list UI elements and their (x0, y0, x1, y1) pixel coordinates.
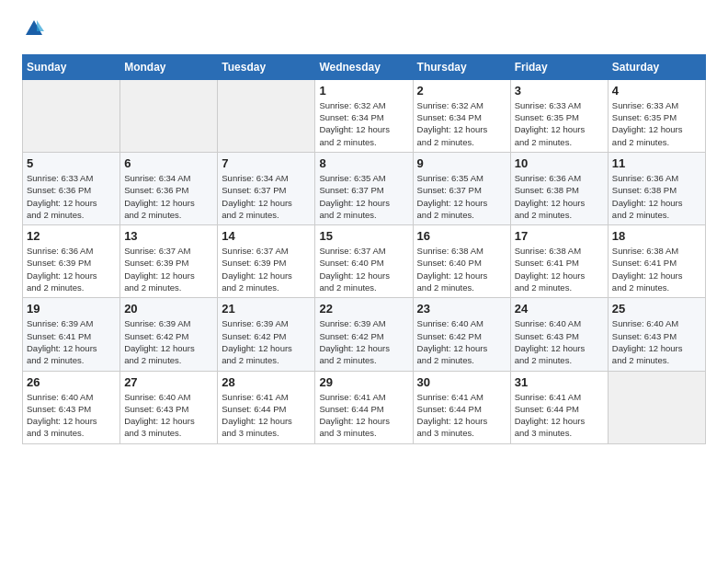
day-number: 15 (319, 229, 408, 243)
logo (22, 18, 44, 43)
day-info: Sunrise: 6:35 AM Sunset: 6:37 PM Dayligh… (417, 172, 506, 221)
day-info: Sunrise: 6:41 AM Sunset: 6:44 PM Dayligh… (222, 391, 311, 440)
day-cell: 23Sunrise: 6:40 AM Sunset: 6:42 PM Dayli… (413, 298, 510, 371)
day-cell: 9Sunrise: 6:35 AM Sunset: 6:37 PM Daylig… (413, 152, 510, 224)
day-info: Sunrise: 6:36 AM Sunset: 6:38 PM Dayligh… (515, 172, 604, 221)
day-info: Sunrise: 6:39 AM Sunset: 6:42 PM Dayligh… (319, 317, 408, 366)
header-tuesday: Tuesday (218, 54, 315, 79)
day-cell: 25Sunrise: 6:40 AM Sunset: 6:43 PM Dayli… (608, 298, 705, 371)
day-number: 13 (124, 229, 213, 243)
day-info: Sunrise: 6:39 AM Sunset: 6:42 PM Dayligh… (222, 317, 311, 366)
day-number: 8 (319, 156, 408, 170)
day-info: Sunrise: 6:36 AM Sunset: 6:38 PM Dayligh… (612, 172, 701, 221)
day-cell: 19Sunrise: 6:39 AM Sunset: 6:41 PM Dayli… (23, 298, 120, 371)
day-number: 12 (27, 229, 116, 243)
day-cell: 27Sunrise: 6:40 AM Sunset: 6:43 PM Dayli… (120, 371, 218, 443)
day-info: Sunrise: 6:38 AM Sunset: 6:40 PM Dayligh… (417, 245, 506, 293)
header-saturday: Saturday (608, 54, 705, 79)
header-sunday: Sunday (23, 54, 120, 79)
day-info: Sunrise: 6:32 AM Sunset: 6:34 PM Dayligh… (417, 99, 506, 148)
day-info: Sunrise: 6:38 AM Sunset: 6:41 PM Dayligh… (515, 245, 604, 293)
day-info: Sunrise: 6:40 AM Sunset: 6:42 PM Dayligh… (417, 317, 506, 366)
day-info: Sunrise: 6:35 AM Sunset: 6:37 PM Dayligh… (319, 172, 408, 221)
day-info: Sunrise: 6:40 AM Sunset: 6:43 PM Dayligh… (27, 391, 116, 440)
day-cell: 29Sunrise: 6:41 AM Sunset: 6:44 PM Dayli… (315, 371, 413, 443)
day-number: 11 (612, 156, 701, 170)
day-info: Sunrise: 6:41 AM Sunset: 6:44 PM Dayligh… (515, 391, 604, 440)
day-number: 23 (417, 302, 506, 316)
day-cell: 2Sunrise: 6:32 AM Sunset: 6:34 PM Daylig… (413, 79, 510, 152)
day-cell: 15Sunrise: 6:37 AM Sunset: 6:40 PM Dayli… (315, 225, 413, 298)
day-cell: 31Sunrise: 6:41 AM Sunset: 6:44 PM Dayli… (510, 371, 608, 443)
day-number: 4 (612, 84, 701, 98)
week-row-4: 19Sunrise: 6:39 AM Sunset: 6:41 PM Dayli… (23, 298, 706, 371)
day-number: 7 (222, 156, 311, 170)
day-cell (23, 79, 120, 152)
day-cell: 13Sunrise: 6:37 AM Sunset: 6:39 PM Dayli… (120, 225, 218, 298)
day-cell: 12Sunrise: 6:36 AM Sunset: 6:39 PM Dayli… (23, 225, 120, 298)
day-cell: 5Sunrise: 6:33 AM Sunset: 6:36 PM Daylig… (23, 152, 120, 224)
day-number: 14 (222, 229, 311, 243)
day-number: 10 (515, 156, 604, 170)
day-info: Sunrise: 6:36 AM Sunset: 6:39 PM Dayligh… (27, 245, 116, 293)
day-cell (120, 79, 218, 152)
day-info: Sunrise: 6:34 AM Sunset: 6:36 PM Dayligh… (124, 172, 213, 221)
day-number: 26 (27, 375, 116, 389)
day-info: Sunrise: 6:41 AM Sunset: 6:44 PM Dayligh… (319, 391, 408, 440)
week-row-1: 1Sunrise: 6:32 AM Sunset: 6:34 PM Daylig… (23, 79, 706, 152)
day-number: 3 (515, 84, 604, 98)
week-row-5: 26Sunrise: 6:40 AM Sunset: 6:43 PM Dayli… (23, 371, 706, 443)
day-cell: 22Sunrise: 6:39 AM Sunset: 6:42 PM Dayli… (315, 298, 413, 371)
day-cell (218, 79, 315, 152)
day-number: 17 (515, 229, 604, 243)
header-thursday: Thursday (413, 54, 510, 79)
day-number: 27 (124, 375, 213, 389)
day-info: Sunrise: 6:37 AM Sunset: 6:39 PM Dayligh… (124, 245, 213, 293)
day-info: Sunrise: 6:40 AM Sunset: 6:43 PM Dayligh… (612, 317, 701, 366)
day-info: Sunrise: 6:37 AM Sunset: 6:39 PM Dayligh… (222, 245, 311, 293)
day-cell: 11Sunrise: 6:36 AM Sunset: 6:38 PM Dayli… (608, 152, 705, 224)
day-number: 1 (319, 84, 408, 98)
day-cell: 18Sunrise: 6:38 AM Sunset: 6:41 PM Dayli… (608, 225, 705, 298)
calendar-header-row: SundayMondayTuesdayWednesdayThursdayFrid… (23, 54, 706, 79)
day-number: 25 (612, 302, 701, 316)
day-info: Sunrise: 6:39 AM Sunset: 6:41 PM Dayligh… (27, 317, 116, 366)
day-number: 2 (417, 84, 506, 98)
day-number: 22 (319, 302, 408, 316)
day-number: 18 (612, 229, 701, 243)
page-header (22, 18, 706, 43)
calendar-table: SundayMondayTuesdayWednesdayThursdayFrid… (22, 54, 706, 444)
day-number: 31 (515, 375, 604, 389)
day-info: Sunrise: 6:40 AM Sunset: 6:43 PM Dayligh… (124, 391, 213, 440)
day-cell: 30Sunrise: 6:41 AM Sunset: 6:44 PM Dayli… (413, 371, 510, 443)
day-info: Sunrise: 6:33 AM Sunset: 6:35 PM Dayligh… (515, 99, 604, 148)
day-info: Sunrise: 6:41 AM Sunset: 6:44 PM Dayligh… (417, 391, 506, 440)
day-number: 9 (417, 156, 506, 170)
day-cell: 20Sunrise: 6:39 AM Sunset: 6:42 PM Dayli… (120, 298, 218, 371)
day-cell: 1Sunrise: 6:32 AM Sunset: 6:34 PM Daylig… (315, 79, 413, 152)
day-info: Sunrise: 6:38 AM Sunset: 6:41 PM Dayligh… (612, 245, 701, 293)
day-number: 28 (222, 375, 311, 389)
day-info: Sunrise: 6:37 AM Sunset: 6:40 PM Dayligh… (319, 245, 408, 293)
day-info: Sunrise: 6:33 AM Sunset: 6:35 PM Dayligh… (612, 99, 701, 148)
day-number: 29 (319, 375, 408, 389)
day-info: Sunrise: 6:39 AM Sunset: 6:42 PM Dayligh… (124, 317, 213, 366)
week-row-2: 5Sunrise: 6:33 AM Sunset: 6:36 PM Daylig… (23, 152, 706, 224)
day-cell: 17Sunrise: 6:38 AM Sunset: 6:41 PM Dayli… (510, 225, 608, 298)
day-info: Sunrise: 6:33 AM Sunset: 6:36 PM Dayligh… (27, 172, 116, 221)
header-monday: Monday (120, 54, 218, 79)
day-number: 16 (417, 229, 506, 243)
header-friday: Friday (510, 54, 608, 79)
day-info: Sunrise: 6:34 AM Sunset: 6:37 PM Dayligh… (222, 172, 311, 221)
day-cell: 28Sunrise: 6:41 AM Sunset: 6:44 PM Dayli… (218, 371, 315, 443)
header-wednesday: Wednesday (315, 54, 413, 79)
logo-icon (24, 18, 44, 39)
day-cell: 8Sunrise: 6:35 AM Sunset: 6:37 PM Daylig… (315, 152, 413, 224)
day-cell: 14Sunrise: 6:37 AM Sunset: 6:39 PM Dayli… (218, 225, 315, 298)
day-cell: 24Sunrise: 6:40 AM Sunset: 6:43 PM Dayli… (510, 298, 608, 371)
svg-marker-1 (37, 20, 44, 31)
week-row-3: 12Sunrise: 6:36 AM Sunset: 6:39 PM Dayli… (23, 225, 706, 298)
day-cell: 6Sunrise: 6:34 AM Sunset: 6:36 PM Daylig… (120, 152, 218, 224)
day-cell (608, 371, 705, 443)
day-cell: 3Sunrise: 6:33 AM Sunset: 6:35 PM Daylig… (510, 79, 608, 152)
